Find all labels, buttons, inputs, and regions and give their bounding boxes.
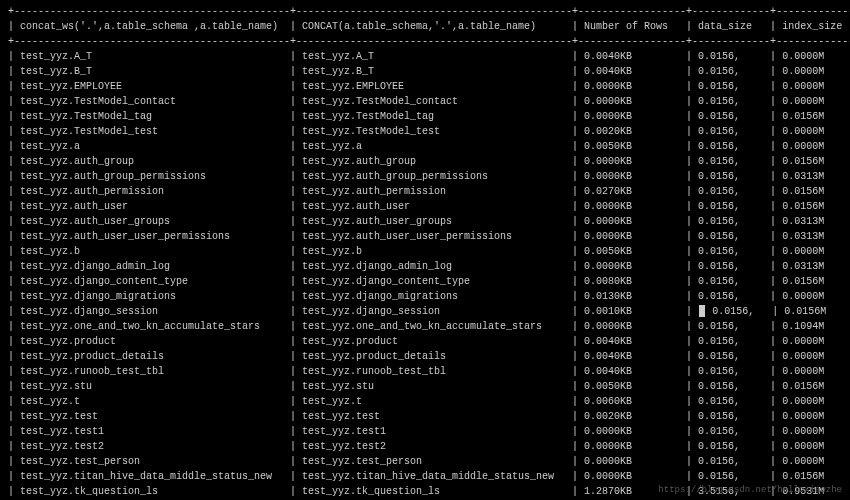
- table-row: | test_yyz.auth_user_user_permissions | …: [8, 229, 842, 244]
- table-row: | test_yyz.auth_group | test_yyz.auth_gr…: [8, 154, 842, 169]
- table-row: | test_yyz.django_admin_log | test_yyz.d…: [8, 259, 842, 274]
- table-row: | test_yyz.auth_user | test_yyz.auth_use…: [8, 199, 842, 214]
- table-row: | test_yyz.TestModel_tag | test_yyz.Test…: [8, 109, 842, 124]
- table-row: | test_yyz.A_T | test_yyz.A_T | 0.0040KB…: [8, 49, 842, 64]
- table-row: | test_yyz.one_and_two_kn_accumulate_sta…: [8, 319, 842, 334]
- table-row: | test_yyz.TestModel_contact | test_yyz.…: [8, 94, 842, 109]
- table-row: | test_yyz.B_T | test_yyz.B_T | 0.0040KB…: [8, 64, 842, 79]
- table-row: | test_yyz.t | test_yyz.t | 0.0060KB | 0…: [8, 394, 842, 409]
- table-row: | test_yyz.test2 | test_yyz.test2 | 0.00…: [8, 439, 842, 454]
- table-row: | test_yyz.product | test_yyz.product | …: [8, 334, 842, 349]
- table-row: | test_yyz.auth_group_permissions | test…: [8, 169, 842, 184]
- table-row: +---------------------------------------…: [8, 4, 842, 19]
- table-row: | test_yyz.django_migrations | test_yyz.…: [8, 289, 842, 304]
- table-row: | test_yyz.a | test_yyz.a | 0.0050KB | 0…: [8, 139, 842, 154]
- table-row: | concat_ws('.',a.table_schema ,a.table_…: [8, 19, 842, 34]
- table-row: | test_yyz.test1 | test_yyz.test1 | 0.00…: [8, 424, 842, 439]
- watermark-text: https://blog.csdn.net/helloxiaozhe: [658, 484, 842, 498]
- table-row: | test_yyz.test | test_yyz.test | 0.0020…: [8, 409, 842, 424]
- table-row: | test_yyz.stu | test_yyz.stu | 0.0050KB…: [8, 379, 842, 394]
- table-row: | test_yyz.auth_permission | test_yyz.au…: [8, 184, 842, 199]
- text-cursor: [699, 305, 705, 317]
- table-row: | test_yyz.product_details | test_yyz.pr…: [8, 349, 842, 364]
- table-row: | test_yyz.TestModel_test | test_yyz.Tes…: [8, 124, 842, 139]
- table-row: | test_yyz.django_session | test_yyz.dja…: [8, 304, 842, 319]
- table-row: | test_yyz.titan_hive_data_middle_status…: [8, 469, 842, 484]
- table-row: +---------------------------------------…: [8, 34, 842, 49]
- table-row: | test_yyz.test_person | test_yyz.test_p…: [8, 454, 842, 469]
- table-row: | test_yyz.runoob_test_tbl | test_yyz.ru…: [8, 364, 842, 379]
- table-row: | test_yyz.b | test_yyz.b | 0.0050KB | 0…: [8, 244, 842, 259]
- table-row: | test_yyz.django_content_type | test_yy…: [8, 274, 842, 289]
- sql-result-table: +---------------------------------------…: [8, 4, 842, 500]
- table-row: | test_yyz.auth_user_groups | test_yyz.a…: [8, 214, 842, 229]
- table-row: | test_yyz.EMPLOYEE | test_yyz.EMPLOYEE …: [8, 79, 842, 94]
